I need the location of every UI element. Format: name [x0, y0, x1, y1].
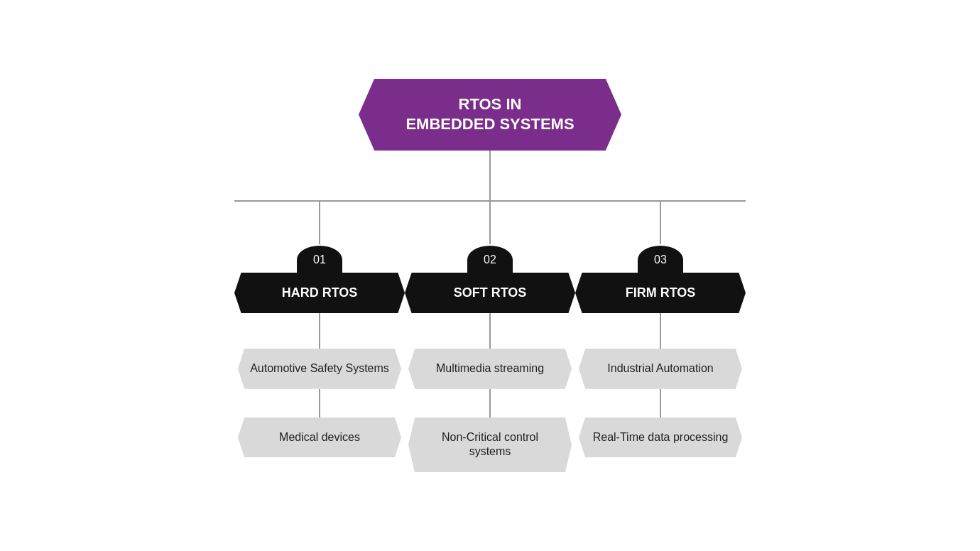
branch-1-item-1: Automotive Safety Systems	[238, 349, 401, 389]
branch-1-top-line	[319, 202, 320, 244]
diagram-container: RTOS IN EMBEDDED SYSTEMS 01 HARD RTOS Au…	[64, 79, 916, 473]
branch-soft-rtos: 02 SOFT RTOS Multimedia streaming Non-Cr…	[405, 202, 575, 472]
branch-3-mid-line	[660, 313, 661, 349]
branch-3-short-line	[660, 389, 661, 418]
branch-firm-rtos: 03 FIRM RTOS Industrial Automation Real-…	[575, 202, 746, 458]
branch-1-item-2: Medical devices	[238, 418, 401, 458]
branch-1-short-line	[319, 389, 320, 418]
root-connector-line	[489, 151, 491, 200]
branch-3-item-2: Real-Time data processing	[579, 418, 742, 458]
branch-1-mid-line	[319, 313, 320, 349]
category-1-label-box: HARD RTOS	[234, 273, 405, 313]
category-3-label-box: FIRM RTOS	[575, 273, 746, 313]
branches-row: 01 HARD RTOS Automotive Safety Systems M…	[234, 202, 746, 472]
category-2-label-box: SOFT RTOS	[405, 273, 575, 313]
branch-hard-rtos: 01 HARD RTOS Automotive Safety Systems M…	[234, 202, 405, 458]
branch-2-item-1: Multimedia streaming	[408, 349, 572, 389]
branch-3-item-1: Industrial Automation	[579, 349, 742, 389]
category-2-number-circle: 02	[467, 246, 513, 274]
category-2-number: 02	[484, 253, 496, 266]
category-3-label: FIRM RTOS	[626, 285, 696, 300]
branch-2-item-2: Non-Critical control systems	[408, 418, 572, 473]
category-1-label: HARD RTOS	[282, 285, 358, 300]
category-1-number: 01	[313, 253, 326, 266]
branch-2-short-line	[489, 389, 491, 418]
branch-2-mid-line	[489, 313, 491, 349]
category-3-number-circle: 03	[638, 246, 683, 274]
branch-2-top-line	[489, 202, 491, 244]
category-1-number-circle: 01	[297, 246, 342, 274]
root-node: RTOS IN EMBEDDED SYSTEMS	[359, 79, 621, 151]
category-2-label: SOFT RTOS	[454, 285, 527, 300]
branch-3-top-line	[660, 202, 661, 244]
root-label: RTOS IN EMBEDDED SYSTEMS	[405, 95, 574, 133]
category-3-number: 03	[654, 253, 667, 266]
